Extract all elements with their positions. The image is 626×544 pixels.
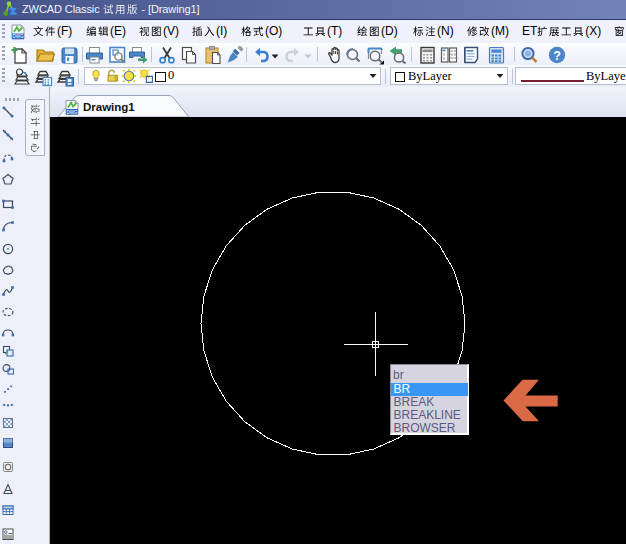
svg-text:DWG: DWG xyxy=(66,110,78,115)
svg-text:?: ? xyxy=(553,49,561,63)
svg-text:DWG: DWG xyxy=(12,34,24,39)
